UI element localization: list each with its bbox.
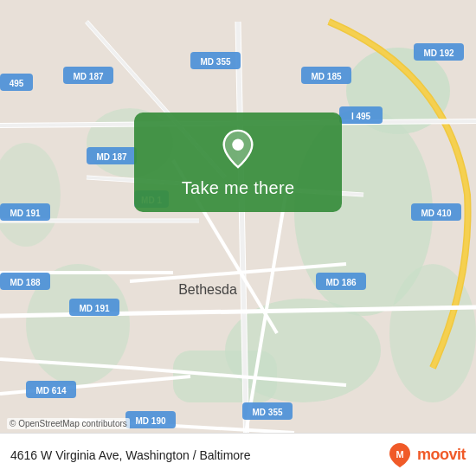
moovit-icon: M xyxy=(386,441,414,469)
svg-text:MD 192: MD 192 xyxy=(423,48,453,58)
take-me-there-overlay[interactable]: Take me there xyxy=(134,113,342,212)
moovit-label: moovit xyxy=(417,446,466,464)
osm-credit: © OpenStreetMap contributors xyxy=(7,418,130,429)
map-background: I 495 MD 192 MD 187 MD 355 MD 185 495 MD… xyxy=(0,0,476,476)
bottom-bar: 4616 W Virginia Ave, Washington / Baltim… xyxy=(0,433,476,476)
svg-text:495: 495 xyxy=(10,79,24,88)
svg-text:MD 355: MD 355 xyxy=(200,57,230,67)
svg-text:MD 614: MD 614 xyxy=(35,386,66,396)
svg-text:MD 186: MD 186 xyxy=(325,278,356,287)
location-pin-icon xyxy=(221,128,255,170)
svg-text:MD 187: MD 187 xyxy=(73,72,103,81)
svg-text:I 495: I 495 xyxy=(351,112,371,121)
svg-text:MD 185: MD 185 xyxy=(311,72,341,81)
svg-text:MD 410: MD 410 xyxy=(421,209,451,218)
map-container: I 495 MD 192 MD 187 MD 355 MD 185 495 MD… xyxy=(0,0,476,476)
svg-text:Bethesda: Bethesda xyxy=(178,282,237,297)
take-me-there-button[interactable]: Take me there xyxy=(182,178,295,198)
address-text: 4616 W Virginia Ave, Washington / Baltim… xyxy=(10,448,251,462)
svg-point-61 xyxy=(232,138,243,150)
svg-text:MD 191: MD 191 xyxy=(79,304,109,313)
svg-text:MD 188: MD 188 xyxy=(10,278,40,287)
svg-text:M: M xyxy=(396,449,403,460)
svg-text:MD 191: MD 191 xyxy=(10,209,40,218)
moovit-logo: M moovit xyxy=(386,441,466,469)
svg-text:MD 190: MD 190 xyxy=(135,416,165,426)
svg-text:MD 187: MD 187 xyxy=(96,152,126,162)
svg-text:MD 355: MD 355 xyxy=(252,408,282,417)
